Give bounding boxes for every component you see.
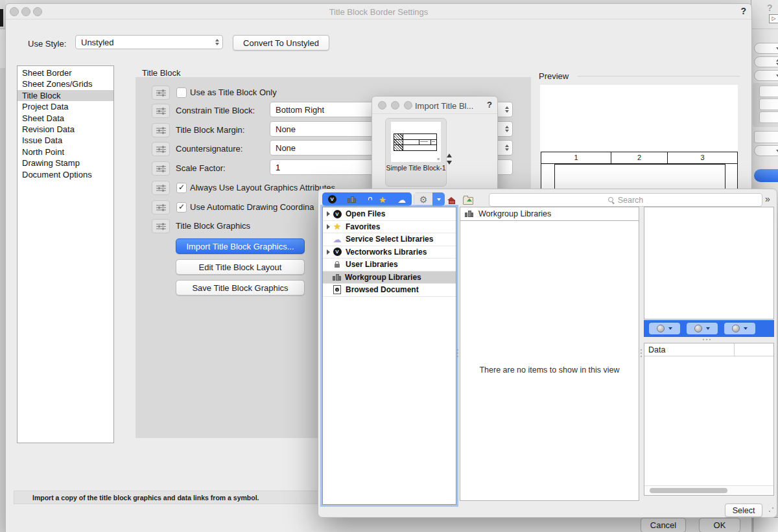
preview-pane <box>644 207 774 319</box>
settings-dropdown-button[interactable] <box>414 192 445 206</box>
data-visibility-button[interactable] <box>152 219 170 233</box>
resource-browser-panel: Workgroup Libraries There are no items t… <box>460 207 639 501</box>
sidebar-item-sheet-border[interactable]: Sheet Border <box>18 67 113 78</box>
popup-resize-grip[interactable] <box>769 507 774 513</box>
tree-item-workgroup-libraries[interactable]: Workgroup Libraries <box>323 272 456 284</box>
data-pane-header-label: Data <box>648 345 665 354</box>
data-visibility-button[interactable] <box>152 200 170 214</box>
tree-item-open-files[interactable]: V Open Files <box>323 208 456 221</box>
background-dropdown-4[interactable] <box>754 145 778 156</box>
use-style-value: Unstyled <box>81 38 114 47</box>
dropdown-stepper-icon <box>505 145 509 151</box>
home-button[interactable] <box>447 195 456 207</box>
view-mode-dropdown-1[interactable] <box>649 323 680 334</box>
settings-category-list[interactable]: Sheet Border Sheet Zones/Grids Title Blo… <box>17 65 114 443</box>
minimize-button-icon[interactable] <box>391 101 399 110</box>
library-tree[interactable]: V Open Files Favorites Service Select Li… <box>322 207 456 505</box>
view-mode-dropdown-3[interactable] <box>724 323 755 334</box>
splitter-handle[interactable] <box>641 349 642 357</box>
thumbnail-scroll-stepper[interactable] <box>447 154 452 165</box>
background-help-icon: ? <box>767 3 773 13</box>
help-icon[interactable]: ? <box>487 100 492 110</box>
background-dropdown-1[interactable] <box>754 43 778 54</box>
sidebar-item-project-data[interactable]: Project Data <box>18 101 113 112</box>
preview-canvas <box>540 85 738 152</box>
background-subpanel <box>753 83 778 127</box>
scrollbar-thumb[interactable] <box>650 488 727 493</box>
convert-to-unstyled-button[interactable]: Convert To Unstyled <box>233 35 329 51</box>
background-field[interactable] <box>759 111 778 123</box>
save-title-block-graphics-button[interactable]: Save Title Block Graphics <box>176 280 305 295</box>
background-export-icon[interactable]: ▷ <box>769 14 778 23</box>
select-button[interactable]: Select <box>725 503 762 517</box>
zoom-button-icon[interactable] <box>404 101 412 110</box>
browser-header[interactable]: Workgroup Libraries <box>460 207 639 221</box>
search-field[interactable]: Search <box>489 193 762 207</box>
resource-selector-popup: V Search » V Open Files <box>318 189 777 518</box>
auto-drawing-coordination-checkbox[interactable]: ✓ <box>176 202 187 213</box>
data-visibility-button[interactable] <box>152 181 170 195</box>
cancel-button[interactable]: Cancel <box>641 518 686 532</box>
disclosure-triangle-icon[interactable] <box>327 249 330 255</box>
sidebar-item-revision-data[interactable]: Revision Data <box>18 124 113 135</box>
tree-item-favorites[interactable]: Favorites <box>323 221 456 234</box>
sidebar-item-sheet-zones-grids[interactable]: Sheet Zones/Grids <box>18 78 113 89</box>
sidebar-item-issue-data[interactable]: Issue Data <box>18 135 113 146</box>
data-visibility-button[interactable] <box>152 123 170 137</box>
data-visibility-button[interactable] <box>152 104 170 118</box>
background-dropdown-2[interactable] <box>754 56 778 67</box>
help-icon[interactable]: ? <box>740 6 746 16</box>
browser-header-label: Workgroup Libraries <box>478 209 551 218</box>
dialog-titlebar[interactable]: Title Block Border Settings ? <box>6 4 751 19</box>
tree-item-user-libraries[interactable]: User Libraries <box>323 259 456 272</box>
home-icon <box>447 197 456 204</box>
data-pane-hscrollbar[interactable] <box>644 485 773 495</box>
view-mode-dropdown-2[interactable] <box>687 323 718 334</box>
data-pane-header[interactable]: Data <box>644 343 773 356</box>
preview-grid-cell-3: 3 <box>668 152 737 163</box>
ok-button[interactable]: OK <box>699 518 740 532</box>
splitter-handle[interactable] <box>703 339 711 340</box>
background-wide-field[interactable] <box>754 131 778 143</box>
data-visibility-button[interactable] <box>152 86 170 100</box>
background-left-strip <box>0 0 5 532</box>
disclosure-triangle-icon[interactable] <box>327 211 330 216</box>
tree-item-vectorworks-libraries[interactable]: V Vectorworks Libraries <box>323 246 456 259</box>
sidebar-item-north-point[interactable]: North Point <box>18 146 113 157</box>
always-use-layout-checkbox[interactable]: ✓ <box>176 183 187 193</box>
tree-item-service-select-libraries[interactable]: Service Select Libraries <box>323 233 456 246</box>
sidebar-item-drawing-stamp[interactable]: Drawing Stamp <box>18 157 113 168</box>
background-field[interactable] <box>759 98 778 110</box>
toolbar-overflow-chevron[interactable]: » <box>765 194 770 204</box>
workgroup-source-icon[interactable] <box>348 196 356 203</box>
import-title-block-graphics-button[interactable]: Import Title Block Graphics... <box>176 238 305 254</box>
sidebar-item-sheet-data[interactable]: Sheet Data <box>18 113 113 124</box>
background-blue-button[interactable] <box>754 169 778 182</box>
preview-sheet-border: 1 2 3 <box>541 152 738 192</box>
use-style-label: Use Style: <box>28 40 66 48</box>
import-dialog-titlebar[interactable]: Import Title Bl... ? <box>372 97 497 114</box>
status-text: Import a copy of the title block graphic… <box>32 494 259 502</box>
open-folder-button[interactable] <box>463 196 473 207</box>
use-as-title-block-only-checkbox[interactable] <box>176 87 187 98</box>
splitter-handle[interactable] <box>457 349 458 357</box>
close-button-icon[interactable] <box>378 101 386 110</box>
disclosure-triangle-icon[interactable] <box>327 224 330 229</box>
edit-title-block-layout-button[interactable]: Edit Title Block Layout <box>176 259 305 275</box>
title-block-margin-label: Title Block Margin: <box>176 126 244 134</box>
data-visibility-button[interactable] <box>152 142 170 156</box>
tree-item-browsed-document[interactable]: V Browsed Document <box>323 284 456 297</box>
sidebar-item-document-options[interactable]: Document Options <box>18 169 113 180</box>
section-title: Title Block <box>142 69 180 77</box>
symbol-thumbnail-item[interactable]: ≡ Simple Title Block-1 <box>385 118 447 187</box>
use-style-dropdown[interactable]: Unstyled <box>75 35 223 49</box>
background-field[interactable] <box>759 86 778 97</box>
title-block-graphics-heading: Title Block Graphics <box>176 222 250 230</box>
data-visibility-button[interactable] <box>152 161 170 176</box>
cloud-source-icon[interactable] <box>397 194 406 205</box>
sidebar-item-title-block[interactable]: Title Block <box>18 90 113 101</box>
favorites-source-icon[interactable] <box>379 194 386 205</box>
open-files-source-icon[interactable]: V <box>328 195 336 203</box>
background-divider <box>751 29 778 29</box>
background-dropdown-3[interactable] <box>754 70 778 81</box>
